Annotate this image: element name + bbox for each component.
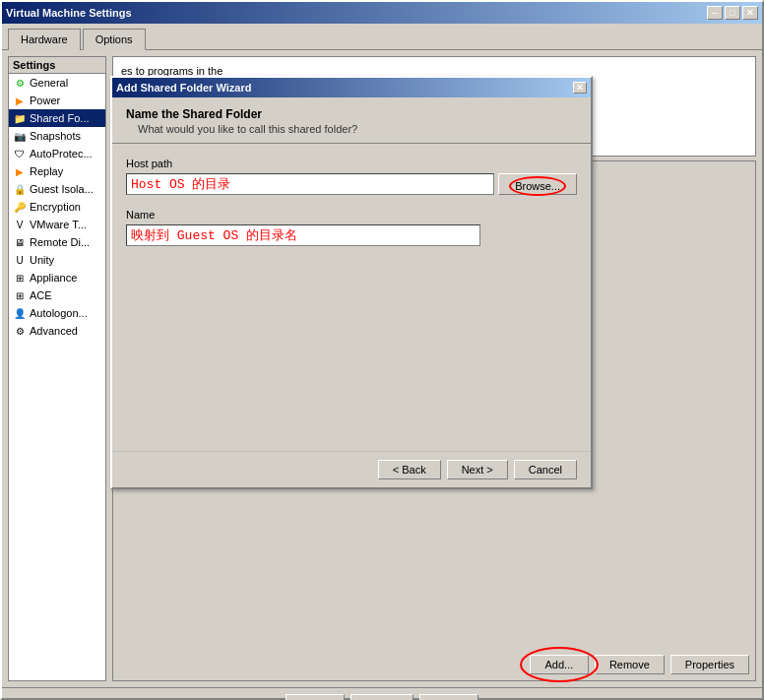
tab-options[interactable]: Options <box>83 29 146 50</box>
name-group: Name <box>126 209 577 246</box>
add-shared-folder-dialog: Add Shared Folder Wizard ✕ Name the Shar… <box>110 76 593 489</box>
dialog-spacer <box>126 260 577 437</box>
host-path-label: Host path <box>126 158 577 169</box>
dialog-heading: Name the Shared Folder <box>126 107 577 121</box>
dialog-close-button[interactable]: ✕ <box>573 82 587 94</box>
browse-button[interactable]: Browse... <box>498 173 577 195</box>
main-window: Virtual Machine Settings ─ □ ✕ Hardware … <box>0 0 764 700</box>
cancel-dialog-button[interactable]: Cancel <box>514 460 577 479</box>
host-path-input[interactable] <box>126 173 494 195</box>
name-input[interactable] <box>126 224 480 246</box>
dialog-subtext: What would you like to call this shared … <box>126 123 577 135</box>
back-button[interactable]: < Back <box>378 460 441 479</box>
dialog-header: Name the Shared Folder What would you li… <box>112 97 591 144</box>
dialog-title-bar: Add Shared Folder Wizard ✕ <box>112 78 591 97</box>
browse-label: Browse... <box>509 176 566 196</box>
next-button[interactable]: Next > <box>447 460 508 479</box>
dialog-title-text: Add Shared Folder Wizard <box>116 82 251 94</box>
host-path-row: Browse... <box>126 173 577 195</box>
dialog-footer: < Back Next > Cancel <box>112 451 591 487</box>
dialog-body: Host path Browse... Name <box>112 144 591 451</box>
dialog-overlay: Add Shared Folder Wizard ✕ Name the Shar… <box>2 2 762 698</box>
name-label: Name <box>126 209 577 221</box>
host-path-group: Host path Browse... <box>126 158 577 195</box>
